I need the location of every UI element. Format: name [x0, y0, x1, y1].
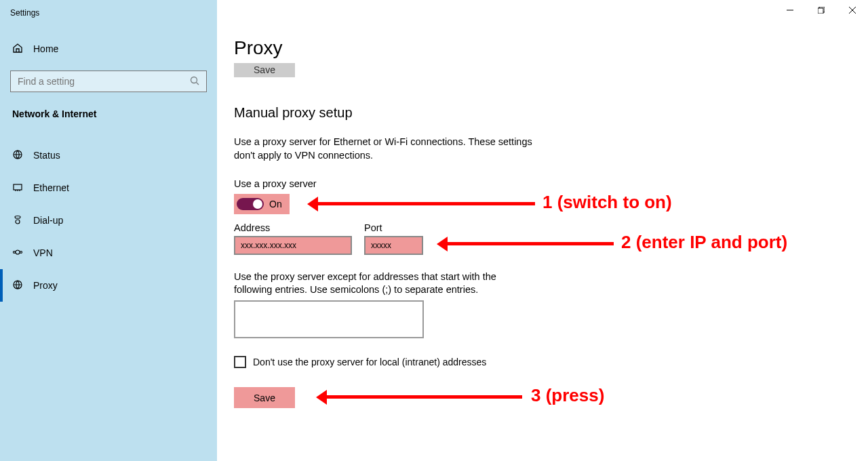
sidebar: Settings Home Network & Internet Status …: [0, 0, 217, 461]
toggle-state-label: On: [269, 199, 282, 209]
home-nav[interactable]: Home: [12, 43, 58, 55]
search-icon: [183, 76, 206, 87]
window-title: Settings: [10, 8, 39, 18]
ghost-save-button[interactable]: Save: [234, 63, 295, 77]
svg-rect-12: [818, 8, 823, 14]
sidebar-nav: Status Ethernet Dial-up VPN Proxy: [0, 139, 217, 302]
ethernet-icon: [12, 182, 23, 195]
vpn-icon: [12, 247, 23, 260]
minimize-button[interactable]: [774, 0, 806, 20]
sidebar-item-label: Ethernet: [33, 182, 69, 193]
sidebar-item-label: VPN: [33, 247, 53, 258]
status-icon: [12, 149, 23, 162]
sidebar-item-ethernet[interactable]: Ethernet: [0, 172, 217, 204]
annotation-text-2: 2 (enter IP and port): [621, 232, 787, 253]
annotation-arrow-3: [327, 395, 522, 399]
window-controls: [774, 0, 868, 20]
local-checkbox-row: Don't use the proxy server for local (in…: [234, 356, 486, 368]
sidebar-item-label: Status: [33, 150, 60, 161]
svg-line-1: [197, 82, 199, 85]
address-input[interactable]: [234, 236, 352, 255]
use-proxy-toggle[interactable]: On: [234, 194, 290, 214]
proxy-icon: [12, 279, 23, 292]
home-icon: [12, 43, 23, 56]
address-label: Address: [234, 222, 270, 233]
page-title: Proxy: [234, 37, 283, 59]
section-heading: Manual proxy setup: [234, 105, 353, 121]
toggle-track: [237, 198, 264, 210]
svg-point-9: [20, 251, 22, 253]
annotation-text-1: 1 (switch to on): [542, 192, 672, 213]
settings-category: Network & Internet: [12, 108, 96, 119]
svg-point-8: [14, 251, 16, 253]
toggle-knob: [253, 199, 262, 209]
sidebar-item-dialup[interactable]: Dial-up: [0, 204, 217, 237]
svg-point-7: [16, 220, 20, 224]
use-proxy-label: Use a proxy server: [234, 178, 317, 189]
svg-rect-3: [14, 184, 22, 190]
svg-point-0: [191, 77, 197, 83]
dialup-icon: [12, 214, 23, 227]
sidebar-item-label: Dial-up: [33, 215, 63, 226]
port-input[interactable]: [364, 236, 423, 255]
exceptions-input[interactable]: [234, 300, 424, 338]
annotation-text-3: 3 (press): [531, 385, 604, 406]
sidebar-item-proxy[interactable]: Proxy: [0, 269, 217, 302]
annotation-arrow-2: [448, 242, 614, 245]
search-box[interactable]: [10, 71, 207, 92]
save-button[interactable]: Save: [234, 387, 295, 408]
exceptions-desc: Use the proxy server except for addresse…: [234, 270, 532, 296]
sidebar-item-status[interactable]: Status: [0, 139, 217, 172]
sidebar-item-vpn[interactable]: VPN: [0, 237, 217, 269]
home-label: Home: [33, 43, 58, 54]
maximize-button[interactable]: [806, 0, 837, 20]
sidebar-item-label: Proxy: [33, 280, 58, 291]
local-checkbox[interactable]: [234, 356, 246, 368]
local-checkbox-label: Don't use the proxy server for local (in…: [253, 357, 486, 367]
port-label: Port: [364, 222, 382, 233]
annotation-arrow-1: [318, 202, 535, 205]
search-input[interactable]: [11, 76, 183, 87]
section-desc: Use a proxy server for Ethernet or Wi-Fi…: [234, 136, 532, 162]
close-button[interactable]: [837, 0, 868, 20]
